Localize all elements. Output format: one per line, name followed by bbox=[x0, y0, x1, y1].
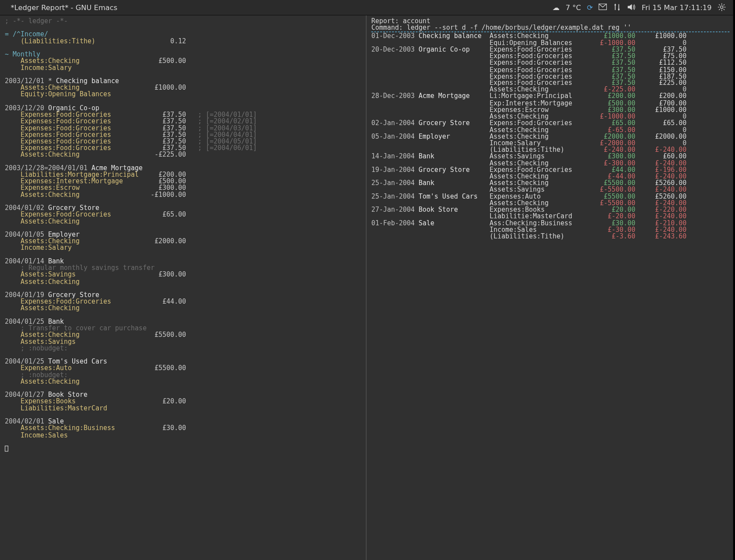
report-row: (Liabilities:Tithe) £-3.60 £-243.60 bbox=[371, 233, 730, 240]
clock: Fri 15 Mar 17:11:19 bbox=[642, 3, 712, 11]
gear-icon[interactable] bbox=[718, 3, 726, 12]
svg-line-9 bbox=[719, 9, 720, 10]
weather-text: 7 °C bbox=[566, 3, 581, 11]
svg-line-6 bbox=[719, 4, 720, 5]
svg-point-1 bbox=[721, 6, 723, 8]
network-icon[interactable] bbox=[613, 3, 621, 11]
window-title: *Ledger Report* - GNU Emacs bbox=[0, 3, 117, 11]
desktop-panel: *Ledger Report* - GNU Emacs ☁ 7 °C ⟳ Fri… bbox=[0, 0, 733, 15]
weather-icon: ☁ bbox=[553, 4, 560, 11]
left-pane-ledger-source[interactable]: ; -*- ledger -*- = /^Income/ (Liabilitie… bbox=[0, 15, 367, 560]
svg-line-8 bbox=[724, 4, 724, 5]
mail-icon[interactable] bbox=[599, 4, 607, 11]
refresh-icon[interactable]: ⟳ bbox=[587, 4, 593, 11]
text-cursor bbox=[5, 446, 8, 452]
right-pane-ledger-report[interactable]: Report: accountCommand: ledger --sort d … bbox=[367, 15, 733, 560]
system-tray: ☁ 7 °C ⟳ Fri 15 Mar 17:11:19 bbox=[553, 3, 733, 12]
volume-icon[interactable] bbox=[627, 3, 636, 11]
svg-line-7 bbox=[724, 9, 724, 10]
